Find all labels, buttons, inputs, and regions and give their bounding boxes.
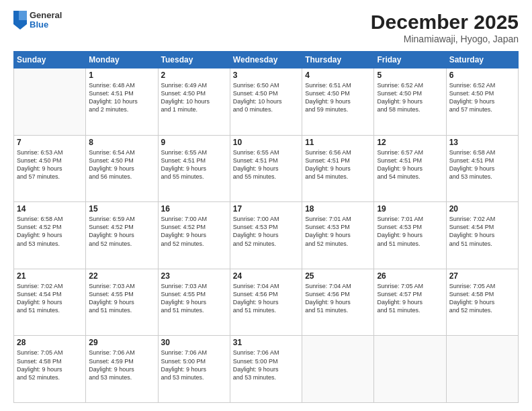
day-info: Sunrise: 6:58 AMSunset: 4:52 PMDaylight:… xyxy=(17,215,83,248)
day-info: Sunrise: 7:03 AMSunset: 4:55 PMDaylight:… xyxy=(161,282,227,315)
calendar-cell-1-2: 9Sunrise: 6:55 AMSunset: 4:51 PMDaylight… xyxy=(158,135,230,202)
day-info: Sunrise: 7:01 AMSunset: 4:53 PMDaylight:… xyxy=(305,215,371,248)
calendar-row-1: 7Sunrise: 6:53 AMSunset: 4:50 PMDaylight… xyxy=(14,135,519,202)
day-info: Sunrise: 6:52 AMSunset: 4:50 PMDaylight:… xyxy=(377,81,443,114)
calendar-row-3: 21Sunrise: 7:02 AMSunset: 4:54 PMDayligh… xyxy=(14,269,519,336)
day-info: Sunrise: 7:02 AMSunset: 4:54 PMDaylight:… xyxy=(17,282,83,315)
day-number: 22 xyxy=(89,271,154,281)
day-info: Sunrise: 6:52 AMSunset: 4:50 PMDaylight:… xyxy=(449,81,515,114)
col-monday: Monday xyxy=(86,52,158,68)
calendar-title: December 2025 xyxy=(371,11,519,34)
calendar-cell-4-0: 28Sunrise: 7:05 AMSunset: 4:58 PMDayligh… xyxy=(14,336,86,403)
day-number: 15 xyxy=(89,204,154,214)
day-number: 29 xyxy=(89,338,154,347)
calendar-cell-3-6: 27Sunrise: 7:05 AMSunset: 4:58 PMDayligh… xyxy=(446,269,518,336)
day-number: 21 xyxy=(17,271,83,281)
day-number: 1 xyxy=(89,71,154,80)
col-friday: Friday xyxy=(374,52,446,68)
day-info: Sunrise: 7:03 AMSunset: 4:55 PMDaylight:… xyxy=(89,282,154,315)
day-number: 20 xyxy=(449,204,515,214)
logo-general: General xyxy=(30,11,62,20)
calendar-cell-4-1: 29Sunrise: 7:06 AMSunset: 4:59 PMDayligh… xyxy=(86,336,158,403)
day-info: Sunrise: 6:50 AMSunset: 4:50 PMDaylight:… xyxy=(233,81,299,114)
calendar-table: Sunday Monday Tuesday Wednesday Thursday… xyxy=(13,51,519,403)
calendar-cell-1-4: 11Sunrise: 6:56 AMSunset: 4:51 PMDayligh… xyxy=(302,135,374,202)
calendar-row-4: 28Sunrise: 7:05 AMSunset: 4:58 PMDayligh… xyxy=(14,336,519,403)
calendar-cell-0-1: 1Sunrise: 6:48 AMSunset: 4:51 PMDaylight… xyxy=(86,68,158,136)
col-thursday: Thursday xyxy=(302,52,374,68)
day-number: 24 xyxy=(233,271,299,281)
day-number: 3 xyxy=(233,71,299,80)
calendar-subtitle: Minamiawaji, Hyogo, Japan xyxy=(371,34,519,44)
svg-marker-1 xyxy=(19,11,27,20)
day-number: 16 xyxy=(161,204,227,214)
calendar-cell-0-5: 5Sunrise: 6:52 AMSunset: 4:50 PMDaylight… xyxy=(374,68,446,136)
calendar-cell-1-3: 10Sunrise: 6:55 AMSunset: 4:51 PMDayligh… xyxy=(230,135,302,202)
day-info: Sunrise: 7:00 AMSunset: 4:52 PMDaylight:… xyxy=(161,215,227,248)
day-number: 23 xyxy=(161,271,227,281)
day-info: Sunrise: 6:55 AMSunset: 4:51 PMDaylight:… xyxy=(233,148,299,181)
logo: General Blue xyxy=(13,11,62,30)
day-info: Sunrise: 6:54 AMSunset: 4:50 PMDaylight:… xyxy=(89,148,154,181)
day-info: Sunrise: 7:04 AMSunset: 4:56 PMDaylight:… xyxy=(233,282,299,315)
day-number: 14 xyxy=(17,204,83,214)
logo-icon xyxy=(13,11,27,30)
day-info: Sunrise: 6:48 AMSunset: 4:51 PMDaylight:… xyxy=(89,81,154,114)
calendar-cell-2-3: 17Sunrise: 7:00 AMSunset: 4:53 PMDayligh… xyxy=(230,202,302,269)
calendar-cell-0-6: 6Sunrise: 6:52 AMSunset: 4:50 PMDaylight… xyxy=(446,68,518,136)
col-wednesday: Wednesday xyxy=(230,52,302,68)
header: General Blue December 2025 Minamiawaji, … xyxy=(13,11,519,44)
calendar-cell-2-0: 14Sunrise: 6:58 AMSunset: 4:52 PMDayligh… xyxy=(14,202,86,269)
calendar-cell-2-6: 20Sunrise: 7:02 AMSunset: 4:54 PMDayligh… xyxy=(446,202,518,269)
calendar-cell-3-3: 24Sunrise: 7:04 AMSunset: 4:56 PMDayligh… xyxy=(230,269,302,336)
calendar-cell-2-1: 15Sunrise: 6:59 AMSunset: 4:52 PMDayligh… xyxy=(86,202,158,269)
day-info: Sunrise: 7:05 AMSunset: 4:58 PMDaylight:… xyxy=(449,282,515,315)
day-info: Sunrise: 6:59 AMSunset: 4:52 PMDaylight:… xyxy=(89,215,154,248)
day-info: Sunrise: 7:04 AMSunset: 4:56 PMDaylight:… xyxy=(305,282,371,315)
calendar-cell-4-6 xyxy=(446,336,518,403)
calendar-cell-3-5: 26Sunrise: 7:05 AMSunset: 4:57 PMDayligh… xyxy=(374,269,446,336)
day-info: Sunrise: 7:06 AMSunset: 5:00 PMDaylight:… xyxy=(161,349,227,381)
day-info: Sunrise: 6:56 AMSunset: 4:51 PMDaylight:… xyxy=(305,148,371,181)
logo-text: General Blue xyxy=(30,11,62,30)
calendar-cell-3-2: 23Sunrise: 7:03 AMSunset: 4:55 PMDayligh… xyxy=(158,269,230,336)
day-info: Sunrise: 6:55 AMSunset: 4:51 PMDaylight:… xyxy=(161,148,227,181)
calendar-cell-1-6: 13Sunrise: 6:58 AMSunset: 4:51 PMDayligh… xyxy=(446,135,518,202)
page: General Blue December 2025 Minamiawaji, … xyxy=(0,0,532,411)
day-number: 19 xyxy=(377,204,443,214)
day-number: 5 xyxy=(377,71,443,80)
day-number: 6 xyxy=(449,71,515,80)
day-number: 10 xyxy=(233,138,299,147)
day-info: Sunrise: 6:49 AMSunset: 4:50 PMDaylight:… xyxy=(161,81,227,114)
col-tuesday: Tuesday xyxy=(158,52,230,68)
day-info: Sunrise: 6:58 AMSunset: 4:51 PMDaylight:… xyxy=(449,148,515,181)
calendar-cell-4-3: 31Sunrise: 7:06 AMSunset: 5:00 PMDayligh… xyxy=(230,336,302,403)
day-info: Sunrise: 7:02 AMSunset: 4:54 PMDaylight:… xyxy=(449,215,515,248)
calendar-cell-4-5 xyxy=(374,336,446,403)
day-number: 18 xyxy=(305,204,371,214)
day-info: Sunrise: 7:06 AMSunset: 5:00 PMDaylight:… xyxy=(233,349,299,381)
calendar-row-2: 14Sunrise: 6:58 AMSunset: 4:52 PMDayligh… xyxy=(14,202,519,269)
calendar-cell-0-4: 4Sunrise: 6:51 AMSunset: 4:50 PMDaylight… xyxy=(302,68,374,136)
calendar-cell-2-5: 19Sunrise: 7:01 AMSunset: 4:53 PMDayligh… xyxy=(374,202,446,269)
calendar-cell-2-4: 18Sunrise: 7:01 AMSunset: 4:53 PMDayligh… xyxy=(302,202,374,269)
day-info: Sunrise: 6:57 AMSunset: 4:51 PMDaylight:… xyxy=(377,148,443,181)
day-info: Sunrise: 6:53 AMSunset: 4:50 PMDaylight:… xyxy=(17,148,83,181)
calendar-cell-4-4 xyxy=(302,336,374,403)
day-number: 9 xyxy=(161,138,227,147)
day-number: 26 xyxy=(377,271,443,281)
col-sunday: Sunday xyxy=(14,52,86,68)
calendar-header-row: Sunday Monday Tuesday Wednesday Thursday… xyxy=(14,52,519,68)
calendar-cell-0-3: 3Sunrise: 6:50 AMSunset: 4:50 PMDaylight… xyxy=(230,68,302,136)
day-number: 17 xyxy=(233,204,299,214)
day-info: Sunrise: 7:00 AMSunset: 4:53 PMDaylight:… xyxy=(233,215,299,248)
calendar-cell-0-0 xyxy=(14,68,86,136)
day-number: 4 xyxy=(305,71,371,80)
col-saturday: Saturday xyxy=(446,52,518,68)
day-number: 31 xyxy=(233,338,299,347)
day-info: Sunrise: 7:06 AMSunset: 4:59 PMDaylight:… xyxy=(89,349,154,381)
day-number: 11 xyxy=(305,138,371,147)
day-number: 27 xyxy=(449,271,515,281)
calendar-cell-3-1: 22Sunrise: 7:03 AMSunset: 4:55 PMDayligh… xyxy=(86,269,158,336)
calendar-cell-0-2: 2Sunrise: 6:49 AMSunset: 4:50 PMDaylight… xyxy=(158,68,230,136)
